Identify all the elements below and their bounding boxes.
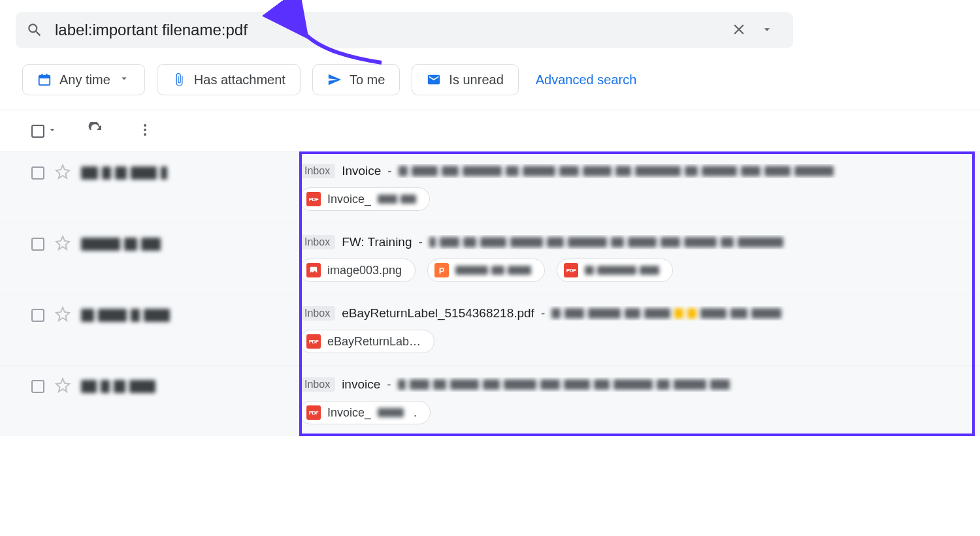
filter-is-unread[interactable]: Is unread [412,64,518,95]
attachment-chip[interactable]: image003.png [299,259,416,282]
refresh-icon [88,122,103,138]
attachment-name: Invoice_ [327,193,371,206]
message-row[interactable]: Inbox invoice - Invoice_ . [0,365,980,436]
pdf-icon [306,334,321,349]
star-button[interactable] [55,164,71,182]
search-icon [26,22,43,39]
subject-text: FW: Training [342,235,412,249]
star-icon [55,377,71,393]
attachment-chip[interactable]: Invoice_ . [299,401,431,424]
search-box[interactable] [16,12,793,48]
sender-redacted [81,309,170,322]
attachment-name-redacted [378,408,404,417]
attachment-chip[interactable] [427,259,545,282]
attachment-name: Invoice_ [327,406,371,420]
attachment-name: image003.png [327,264,402,277]
label-chip-inbox[interactable]: Inbox [299,377,335,392]
filter-to-me-label: To me [350,72,385,87]
subject-text: Invoice [342,164,381,178]
subject-text: invoice [342,377,380,392]
attachment-name-redacted [585,266,659,275]
close-icon [730,21,747,38]
chevron-down-icon [118,72,130,87]
subject-separator: - [387,164,391,178]
row-checkbox[interactable] [31,309,44,322]
row-checkbox[interactable] [31,238,44,251]
filter-any-time[interactable]: Any time [22,64,145,95]
subject-separator: - [387,377,391,392]
sender-redacted [81,238,161,251]
star-button[interactable] [55,235,71,253]
chevron-down-icon [47,125,57,138]
attachment-icon [172,72,186,87]
row-checkbox[interactable] [31,166,44,180]
clear-search-button[interactable] [724,17,754,44]
search-options-button[interactable] [754,19,780,42]
attachment-name-redacted [378,195,416,204]
search-input[interactable] [43,21,724,39]
filter-chips-row: Any time Has attachment To me Is unread … [0,48,980,110]
filter-has-attachment-label: Has attachment [194,72,286,87]
svg-rect-1 [39,76,50,79]
star-button[interactable] [55,306,71,324]
send-icon [327,72,342,87]
star-icon [55,306,71,322]
subject-separator: - [541,306,545,321]
pdf-icon [306,192,321,206]
advanced-search-link[interactable]: Advanced search [536,72,637,87]
star-button[interactable] [55,377,71,396]
calendar-icon [37,72,52,87]
image-icon [306,263,321,277]
snippet-redacted [399,166,967,176]
svg-point-4 [144,124,146,127]
sender-redacted [81,380,155,393]
label-chip-inbox[interactable]: Inbox [299,164,335,178]
star-icon [55,164,71,180]
filter-to-me[interactable]: To me [312,64,400,95]
filter-has-attachment[interactable]: Has attachment [157,64,301,95]
star-icon [55,235,71,251]
attachment-chip[interactable] [557,259,673,282]
search-bar-region [0,0,980,48]
message-row[interactable]: Inbox Invoice - Invoice_ [0,151,980,223]
select-all-control[interactable] [31,125,57,138]
more-button[interactable] [133,118,157,144]
list-toolbar [0,110,980,151]
attachment-name-suffix: . [410,406,417,420]
subject-separator: - [419,235,423,249]
message-row[interactable]: Inbox FW: Training - image003.png [0,223,980,294]
attachment-name-redacted [455,266,531,275]
filter-is-unread-label: Is unread [449,72,503,87]
attachment-chip[interactable]: Invoice_ [299,187,430,211]
snippet-redacted [429,237,967,247]
snippet-redacted [398,379,967,390]
attachment-chip[interactable]: eBayReturnLab… [299,330,434,353]
message-list: Inbox Invoice - Invoice_ [0,151,980,436]
svg-point-6 [144,133,146,136]
powerpoint-icon [434,263,449,277]
snippet-redacted [551,308,967,319]
svg-point-5 [144,129,146,131]
pdf-icon [564,263,578,277]
pdf-icon [306,405,321,420]
filter-any-time-label: Any time [59,72,110,87]
subject-text: eBayReturnLabel_5154368218.pdf [342,306,534,321]
label-chip-inbox[interactable]: Inbox [299,235,335,249]
attachment-name: eBayReturnLab… [327,335,421,349]
row-checkbox[interactable] [31,380,44,393]
message-row[interactable]: Inbox eBayReturnLabel_5154368218.pdf - e… [0,294,980,365]
more-vert-icon [137,122,153,138]
svg-rect-2 [41,74,42,76]
sender-redacted [81,166,167,180]
checkbox-icon [31,125,44,138]
svg-rect-3 [46,74,48,76]
chevron-down-icon [760,23,774,36]
label-chip-inbox[interactable]: Inbox [299,306,335,321]
unread-mail-icon [427,72,441,87]
refresh-button[interactable] [84,118,107,144]
